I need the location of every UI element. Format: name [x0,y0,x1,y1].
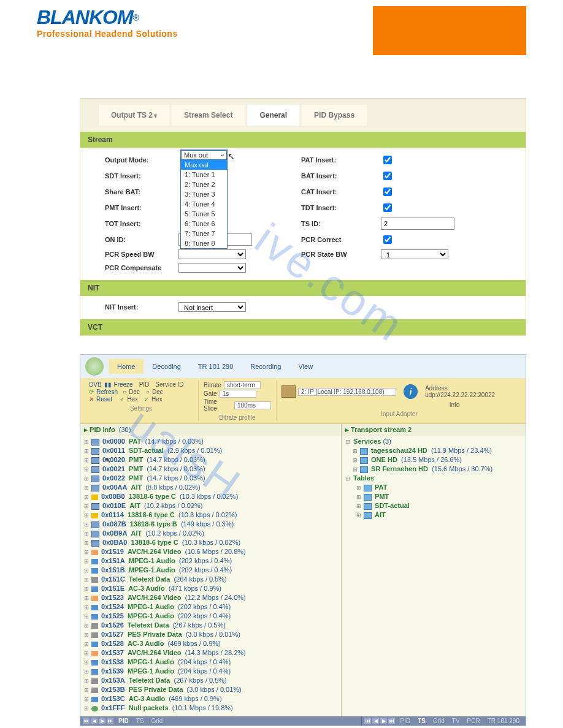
pid-row[interactable]: ⊞ 0x1538 MPEG-1 Audio (204 kbps / 0.4%) [83,658,339,667]
nav-prev-icon[interactable]: ◀ [372,718,379,724]
footer-tab[interactable]: PID [115,718,132,724]
select-nit-insert[interactable]: Not insert [178,302,246,312]
tab-general[interactable]: General [247,105,299,126]
pid-row[interactable]: ⊞ 0x1526 Teletext Data (267 kbps / 0.5%) [83,621,339,630]
input-adapter-select[interactable]: 2: IP (Local IP: 192.168.0.108) [298,388,396,396]
reset-button[interactable]: Reset [96,396,112,403]
pid-row[interactable]: ⊞ 0x1527 PES Private Data (3.0 kbps / 0.… [83,630,339,639]
tab-recording[interactable]: Recording [242,359,289,374]
dropdown-item[interactable]: 5: Tuner 5 [181,209,227,219]
footer-tab[interactable]: Grid [429,718,448,724]
pid-row[interactable]: ⊞ 0x00AA AIT (8.8 kbps / 0.02%) [83,483,339,492]
tab-tr101290[interactable]: TR 101 290 [190,359,242,374]
pid-row[interactable]: ⊞ 0x1528 AC-3 Audio (469 kbps / 0.9%) [83,639,339,648]
dropdown-item[interactable]: 3: Tuner 3 [181,189,227,199]
tab-stream-select[interactable]: Stream Select [172,105,245,126]
dropdown-item[interactable]: 7: Tuner 7 [181,229,227,238]
nav-next-icon[interactable]: ▶ [99,718,105,724]
dropdown-item[interactable]: 1: Tuner 1 [181,170,227,180]
pid-row[interactable]: ⊞ 0x151C Teletext Data (264 kbps / 0.5%) [83,575,339,584]
pid-row[interactable]: ⊞ 0x087B 13818-6 type B (149 kbps / 0.3%… [83,520,339,529]
footer-tab[interactable]: TR 101 290 [484,718,523,724]
pid-tree[interactable]: ⊞ 0x0000 PAT (14.7 kbps / 0.03%)⊞ 0x0011… [80,436,341,716]
gate-select[interactable]: 1s [220,390,256,398]
ts-tree[interactable]: ⊟ Services (3) ⊞ tagesschau24 HD (11.9 M… [342,436,526,523]
pid-row[interactable]: ⊞ 0x1525 MPEG-1 Audio (202 kbps / 0.4%) [83,612,339,621]
output-mode-dropdown[interactable]: Mux out Mux out1: Tuner 12: Tuner 23: Tu… [180,150,228,249]
checkbox-tdt-insert[interactable] [383,203,392,212]
pid-row[interactable]: ⊞ 0x00B0 13818-6 type C (10.3 kbps / 0.0… [83,492,339,501]
select-pcr-state-bw[interactable]: 1 [381,249,448,259]
pid-row[interactable]: ⊞ 0x0114 13818-6 type C (10.3 kbps / 0.0… [83,510,339,520]
nav-first-icon[interactable]: ⏮ [364,718,371,724]
checkbox-bat-insert[interactable] [383,172,392,180]
pid-row[interactable]: ⊞ 0x0B9A AIT (10.2 kbps / 0.02%) [83,529,339,538]
dropdown-selected[interactable]: Mux out [181,150,227,160]
footer-tab[interactable]: Grid [147,718,166,724]
pid-row[interactable]: ⊞ 0x0020 PMT (14.7 kbps / 0.03%) [83,455,339,464]
pid-row[interactable]: ⊞ 0x151B MPEG-1 Audio (202 kbps / 0.4%) [83,566,339,575]
pid-row[interactable]: ⊞ 0x1537 AVC/H.264 Video (14.3 Mbps / 28… [83,648,339,658]
pid-row[interactable]: ⊞ 0x0011 SDT-actual (2.9 kbps / 0.01%) [83,446,339,455]
info-icon[interactable]: i [404,384,418,399]
nav-prev-icon[interactable]: ◀ [91,718,98,724]
dropdown-item[interactable]: 4: Tuner 4 [181,199,227,209]
pid-hex-radio[interactable]: Hex [127,396,138,403]
pid-row[interactable]: ⊞ 0x1524 MPEG-1 Audio (202 kbps / 0.4%) [83,602,339,612]
tab-view[interactable]: View [289,359,321,374]
pid-row[interactable]: ⊞ 0x1539 MPEG-1 Audio (204 kbps / 0.4%) [83,667,339,676]
nav-last-icon[interactable]: ⏭ [107,718,113,724]
bitrate-select[interactable]: short-term [224,381,261,389]
svc-dec-radio[interactable]: Dec [152,389,163,395]
nav-next-icon[interactable]: ▶ [380,718,387,724]
nav-first-icon[interactable]: ⏮ [83,718,90,724]
freeze-button[interactable]: Freeze [114,381,133,388]
timeslice-select[interactable]: 100ms [234,401,271,409]
service-row[interactable]: ⊞ SR Fernsehen HD (15.6 Mbps / 30.7%) [344,464,523,474]
pid-row[interactable]: ⊞ 0x0022 PMT (14.7 kbps / 0.03%) [83,474,339,483]
checkbox-pcr-correct[interactable] [383,235,392,244]
tab-output-ts2[interactable]: Output TS 2 [99,105,169,126]
pid-dec-radio[interactable]: Dec [129,389,140,395]
pid-row[interactable]: ⊞ 0x0021 PMT (14.7 kbps / 0.03%) [83,464,339,474]
tab-pid-bypass[interactable]: PID Bypass [302,105,367,126]
pid-row[interactable]: ⊞ 0x151E AC-3 Audio (471 kbps / 0.9%) [83,584,339,593]
pid-row[interactable]: ⊞ 0x0BA0 13818-6 type C (10.3 kbps / 0.0… [83,538,339,547]
footer-tab[interactable]: PID [396,718,414,724]
pid-type-icon [91,688,98,693]
table-row[interactable]: ⊞ PAT [344,483,523,492]
tab-home[interactable]: Home [109,359,144,374]
pid-row[interactable]: ⊞ 0x1519 AVC/H.264 Video (10.6 Mbps / 20… [83,547,339,556]
service-row[interactable]: ⊞ ONE HD (13.5 Mbps / 26.6%) [344,455,523,464]
pid-row[interactable]: ⊞ 0x153C AC-3 Audio (469 kbps / 0.9%) [83,694,339,703]
pid-row[interactable]: ⊞ 0x153A Teletext Data (267 kbps / 0.5%) [83,676,339,685]
tab-decoding[interactable]: Decoding [144,359,189,374]
input-ts-id[interactable] [381,218,454,230]
pid-row[interactable]: ⊞ 0x1523 AVC/H.264 Video (12.2 Mbps / 24… [83,593,339,602]
pid-row[interactable]: ⊞ 0x153B PES Private Data (3.0 kbps / 0.… [83,685,339,694]
refresh-button[interactable]: Refresh [96,389,118,395]
checkbox-pat-insert[interactable] [383,156,392,164]
table-row[interactable]: ⊞ PMT [344,492,523,501]
pid-row[interactable]: ⊞ 0x1FFF Null packets (10.1 Mbps / 19.8%… [83,703,339,713]
checkbox-cat-insert[interactable] [383,188,392,196]
svc-hex-radio[interactable]: Hex [151,396,163,403]
service-row[interactable]: ⊞ tagesschau24 HD (11.9 Mbps / 23.4%) [344,446,523,455]
dropdown-item[interactable]: 8: Tuner 8 [181,238,227,248]
select-pcr-speed-bw[interactable] [178,249,246,259]
nav-last-icon[interactable]: ⏭ [388,718,395,724]
footer-tab[interactable]: PCR [464,718,484,724]
dropdown-item[interactable]: 2: Tuner 2 [181,180,227,189]
pid-row[interactable]: ⊞ 0x010E AIT (10.2 kbps / 0.02%) [83,501,339,510]
pid-row[interactable]: ⊞ 0x0000 PAT (14.7 kbps / 0.03%) [83,437,339,446]
footer-tab[interactable]: TS [414,718,429,724]
select-pcr-compensate[interactable] [178,263,246,273]
footer-tab[interactable]: TV [448,718,464,724]
dropdown-item[interactable]: Mux out [181,160,227,170]
dropdown-item[interactable]: 6: Tuner 6 [181,219,227,229]
footer-tab[interactable]: TS [132,718,148,724]
app-logo-icon [85,357,104,376]
pid-row[interactable]: ⊞ 0x151A MPEG-1 Audio (202 kbps / 0.4%) [83,556,339,566]
table-row[interactable]: ⊞ AIT [344,510,523,520]
table-row[interactable]: ⊞ SDT-actual [344,501,523,510]
